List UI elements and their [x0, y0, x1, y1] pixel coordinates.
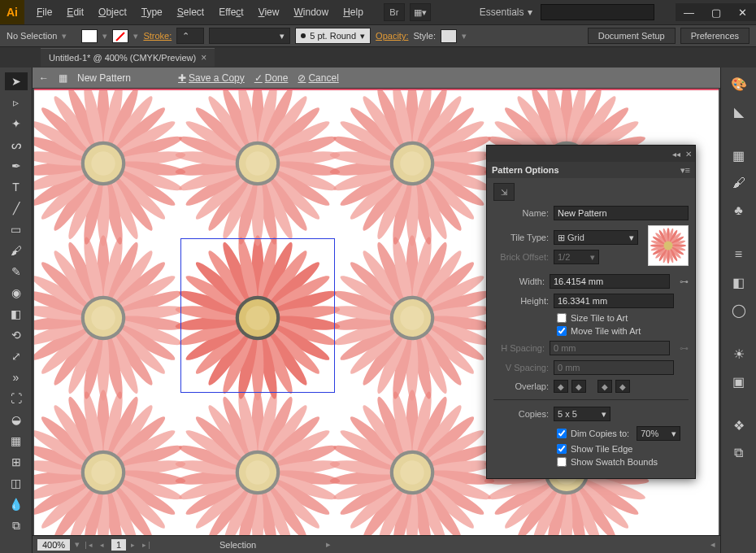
line-tool[interactable]: ╱ [5, 199, 28, 217]
back-arrow-icon[interactable]: ← [39, 72, 49, 84]
variable-width-profile[interactable]: ▾ [209, 28, 290, 44]
chevron-down-icon[interactable]: ▸ [326, 539, 331, 550]
stroke-panel-icon[interactable]: ≡ [729, 245, 749, 264]
gradient-tool[interactable]: ◫ [5, 474, 28, 492]
close-button[interactable]: ✕ [729, 3, 756, 21]
overlap-bottom-front[interactable]: ◆ [615, 380, 630, 393]
layers-panel-icon[interactable]: ❖ [729, 416, 749, 435]
brushes-panel-icon[interactable]: 🖌 [729, 173, 749, 193]
menu-window[interactable]: Window [286, 0, 336, 24]
bridge-button[interactable]: Br [384, 3, 405, 21]
color-guide-panel-icon[interactable]: ◣ [729, 102, 749, 121]
collapse-icon[interactable]: ◂◂ [672, 150, 680, 159]
blend-tool[interactable]: ⧉ [5, 516, 28, 534]
preferences-button[interactable]: Preferences [680, 28, 749, 44]
cancel-button[interactable]: ⊘Cancel [298, 72, 338, 84]
close-icon[interactable]: ✕ [685, 150, 692, 159]
color-panel-icon[interactable]: 🎨 [729, 74, 749, 94]
stroke-label[interactable]: Stroke: [143, 31, 172, 41]
transparency-panel-icon[interactable]: ◯ [729, 300, 749, 320]
overlap-left-front[interactable]: ◆ [554, 380, 568, 393]
width-input[interactable] [550, 274, 670, 289]
eyedropper-tool[interactable]: 💧 [5, 495, 28, 513]
mesh-tool[interactable]: ⊞ [5, 453, 28, 471]
done-button[interactable]: ✓Done [254, 72, 289, 84]
rotate-tool[interactable]: ⟲ [5, 326, 28, 344]
document-tab[interactable]: Untitled-1* @ 400% (CMYK/Preview) × [41, 48, 215, 67]
stroke-none-swatch[interactable] [112, 29, 128, 43]
maximize-button[interactable]: ▢ [702, 3, 729, 21]
menu-edit[interactable]: Edit [59, 0, 91, 24]
minimize-button[interactable]: — [676, 3, 702, 21]
eraser-tool[interactable]: ◧ [5, 305, 28, 323]
scale-tool[interactable]: ⤢ [5, 347, 28, 365]
link-icon[interactable]: ⊶ [680, 276, 689, 287]
overlap-top-front[interactable]: ◆ [597, 380, 612, 393]
size-tile-to-art-checkbox[interactable] [557, 313, 567, 323]
height-input[interactable] [554, 294, 674, 308]
fill-swatch[interactable] [81, 29, 98, 43]
pencil-tool[interactable]: ✎ [5, 263, 28, 281]
perspective-grid-tool[interactable]: ▦ [5, 432, 28, 450]
direct-selection-tool[interactable]: ▹ [5, 94, 28, 111]
chevron-down-icon[interactable]: ▾ [133, 31, 138, 41]
move-tile-with-art-checkbox[interactable] [557, 326, 567, 336]
opacity-label[interactable]: Opacity: [376, 31, 408, 41]
menu-select[interactable]: Select [170, 0, 211, 24]
search-input[interactable] [541, 4, 654, 20]
panel-titlebar[interactable]: Pattern Options ▾≡ [487, 162, 695, 178]
dim-copies-select[interactable]: 70%▾ [637, 426, 680, 441]
menu-type[interactable]: Type [134, 0, 170, 24]
menu-object[interactable]: Object [91, 0, 134, 24]
graphic-styles-panel-icon[interactable]: ▣ [729, 372, 749, 391]
style-swatch[interactable] [441, 29, 457, 43]
chevron-down-icon[interactable]: ▾ [462, 31, 467, 41]
shape-builder-tool[interactable]: ◒ [5, 411, 28, 429]
artboard-nav[interactable]: |◂ ◂ [85, 541, 106, 549]
overlap-right-front[interactable]: ◆ [571, 380, 586, 393]
chevron-down-icon[interactable]: ▾ [75, 539, 80, 550]
menu-file[interactable]: File [29, 0, 59, 24]
tile-type-select[interactable]: ⊞ Grid▾ [554, 230, 638, 245]
chevron-down-icon[interactable]: ▾ [62, 31, 67, 41]
magic-wand-tool[interactable]: ✦ [5, 115, 28, 133]
scrollbar-left-icon[interactable]: ◂ [710, 539, 715, 550]
show-swatch-bounds-checkbox[interactable] [557, 457, 567, 467]
selection-tool[interactable]: ➤ [5, 72, 28, 90]
blob-brush-tool[interactable]: ◉ [5, 284, 28, 302]
flower-artwork[interactable] [172, 233, 343, 407]
copies-select[interactable]: 5 x 5▾ [554, 407, 610, 421]
stroke-weight-input[interactable]: ⌃ [176, 28, 204, 44]
zoom-level[interactable]: 400% [37, 539, 70, 551]
free-transform-tool[interactable]: ⛶ [5, 390, 28, 407]
workspace-switcher[interactable]: Essentials ▾ [480, 7, 532, 18]
rectangle-tool[interactable]: ▭ [5, 220, 28, 238]
arrange-documents-button[interactable]: ▦▾ [410, 3, 431, 21]
document-setup-button[interactable]: Document Setup [588, 28, 676, 44]
lasso-tool[interactable]: ᔕ [5, 136, 28, 154]
menu-view[interactable]: View [251, 0, 287, 24]
pen-tool[interactable]: ✒ [5, 157, 28, 175]
pattern-name-input[interactable] [554, 206, 689, 220]
dim-copies-checkbox[interactable] [557, 429, 567, 438]
paintbrush-tool[interactable]: 🖌 [5, 242, 28, 259]
close-tab-icon[interactable]: × [201, 52, 206, 63]
swatches-panel-icon[interactable]: ▦ [729, 146, 749, 165]
save-a-copy-button[interactable]: ✚Save a Copy [178, 72, 245, 84]
artboards-panel-icon[interactable]: ⧉ [729, 443, 749, 463]
type-tool[interactable]: T [5, 178, 28, 196]
width-tool[interactable]: » [5, 368, 28, 386]
symbols-panel-icon[interactable]: ♣ [729, 201, 749, 220]
artboard-number[interactable]: 1 [111, 539, 126, 551]
brush-definition-select[interactable]: 5 pt. Round ▾ [295, 28, 371, 44]
panel-menu-icon[interactable]: ▾≡ [680, 165, 690, 176]
appearance-panel-icon[interactable]: ☀ [729, 344, 749, 364]
panel-tab-bar[interactable]: ◂◂ ✕ [487, 146, 695, 162]
pattern-tile-tool-icon[interactable]: ⇲ [493, 183, 515, 201]
gradient-panel-icon[interactable]: ◧ [729, 272, 749, 292]
chevron-down-icon[interactable]: ▾ [102, 31, 107, 41]
menu-help[interactable]: Help [336, 0, 371, 24]
show-tile-edge-checkbox[interactable] [557, 444, 567, 454]
menu-effect[interactable]: Effect [211, 0, 250, 24]
artboard-nav-next[interactable]: ▸ ▸| [131, 541, 153, 549]
